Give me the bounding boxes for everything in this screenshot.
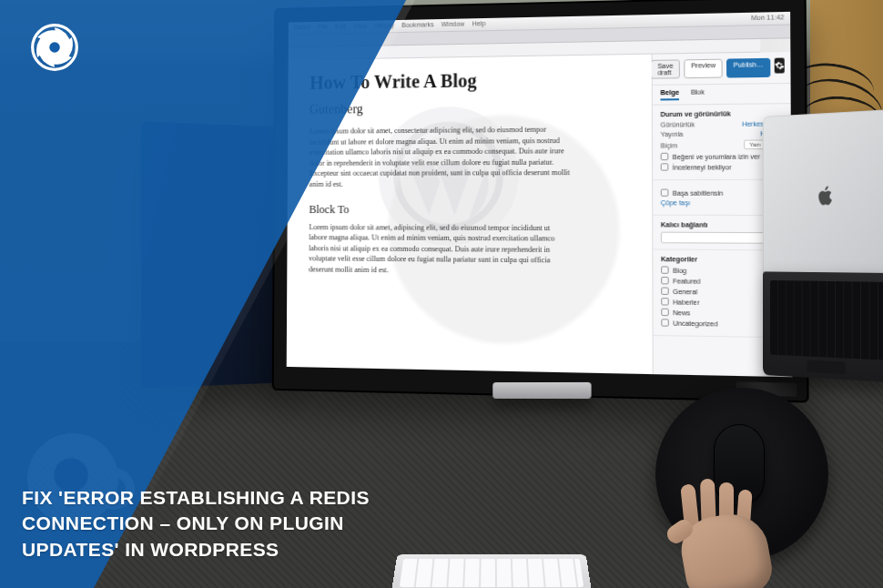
checkbox-label: Beğeni ve yorumlara izin ver xyxy=(673,153,761,160)
checkbox-label: İncelemeyi bekliyor xyxy=(673,164,732,171)
category-label: Blog xyxy=(673,267,686,273)
tab-block[interactable]: Blok xyxy=(691,88,705,100)
wp-editor: How To Write A Blog Gutenberg Lorem ipsu… xyxy=(287,52,793,377)
row-label: Biçim xyxy=(661,142,678,148)
macbook xyxy=(763,109,883,382)
category-label: General xyxy=(673,288,697,295)
desktop-keyboard xyxy=(391,554,592,588)
post-paragraph: Lorem ipsum dolor sit amet, consectetur … xyxy=(310,124,571,189)
checkbox-icon xyxy=(661,309,669,317)
macbook-base xyxy=(763,271,883,382)
apple-logo-icon xyxy=(815,183,836,208)
menubar-item: Help xyxy=(472,20,485,28)
menubar-clock: Mon 11:42 xyxy=(751,14,785,23)
checkbox-icon xyxy=(661,163,669,170)
tab-document[interactable]: Belge xyxy=(660,89,679,101)
category-label: Haberler xyxy=(673,299,699,306)
category-label: Featured xyxy=(673,278,701,285)
svg-point-2 xyxy=(49,42,60,53)
macbook-keyboard xyxy=(770,280,883,360)
sidebar-tabs: Belge Blok xyxy=(653,84,791,106)
checkbox-icon xyxy=(661,298,669,306)
aperture-logo-icon xyxy=(25,18,84,76)
settings-gear-icon[interactable] xyxy=(775,58,785,74)
checkbox-label: Başa sabitlensin xyxy=(673,189,724,196)
monitor-stand xyxy=(492,382,591,399)
macbook-lid xyxy=(763,109,883,279)
checkbox-icon xyxy=(661,319,669,327)
article-headline: FIX 'ERROR ESTABLISHING A REDIS CONNECTI… xyxy=(22,485,410,563)
save-draft-button[interactable]: Save draft xyxy=(651,59,680,78)
checkbox-icon xyxy=(661,153,669,160)
move-to-trash-link[interactable]: Çöpe taşı xyxy=(661,199,690,206)
category-label: News xyxy=(673,309,690,316)
post-paragraph: Lorem ipsum dolor sit amet, adipiscing e… xyxy=(309,222,570,278)
block-heading: Block To xyxy=(309,203,628,218)
checkbox-icon xyxy=(661,277,669,284)
preview-button[interactable]: Preview xyxy=(684,59,722,79)
row-label: Görünürlük xyxy=(661,121,695,128)
category-label: Uncategorized xyxy=(673,319,717,327)
menubar-item: Window xyxy=(442,21,465,30)
checkbox-icon xyxy=(661,288,669,296)
mouse xyxy=(714,424,765,506)
menubar-item: Bookmarks xyxy=(401,21,434,30)
checkbox-icon xyxy=(661,266,669,273)
editor-top-actions: Save draft Preview Publish… xyxy=(653,52,791,86)
row-label: Yayınla xyxy=(661,131,684,137)
checkbox-icon xyxy=(661,189,669,197)
macbook-trackpad xyxy=(807,360,846,374)
publish-button[interactable]: Publish… xyxy=(726,58,770,78)
